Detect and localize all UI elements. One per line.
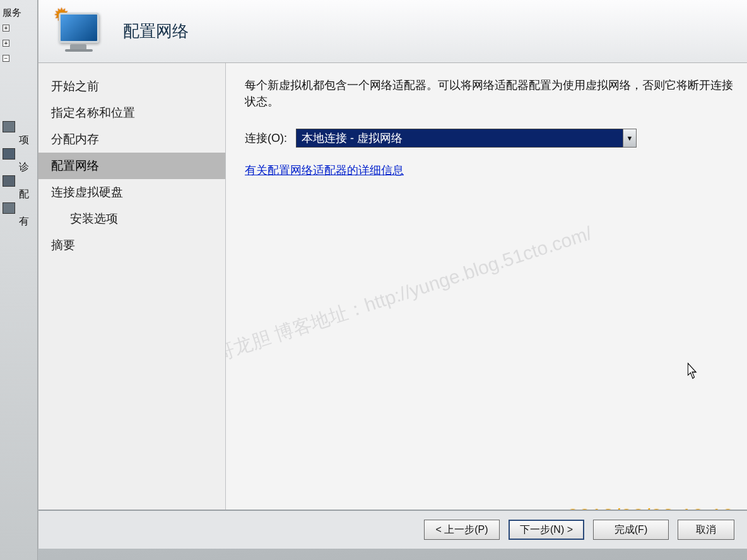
- wizard-step-install-options[interactable]: 安装选项: [38, 206, 225, 232]
- tree-top-label: 服务: [0, 5, 37, 20]
- tree-collapse-icon[interactable]: −: [3, 55, 9, 62]
- wizard-header: ✹ 配置网络: [38, 0, 747, 63]
- wizard-step-summary[interactable]: 摘要: [38, 232, 225, 259]
- side-small-icon: [3, 175, 15, 187]
- wizard-monitor-icon: ✹: [54, 9, 104, 54]
- connection-label: 连接(O):: [245, 131, 287, 146]
- wizard-step-list: 开始之前 指定名称和位置 分配内存 配置网络 连接虚拟硬盘 安装选项 摘要: [38, 63, 225, 517]
- finish-button[interactable]: 完成(F): [593, 520, 669, 540]
- network-adapter-help-link[interactable]: 有关配置网络适配器的详细信息: [245, 164, 404, 177]
- side-icon-column: 项 诊 配 有: [0, 120, 38, 228]
- tree-row[interactable]: +: [0, 20, 37, 35]
- wizard-button-bar: < 上一步(P) 下一步(N) > 完成(F) 取消: [38, 510, 747, 549]
- wizard-step-name-location[interactable]: 指定名称和位置: [38, 100, 225, 126]
- connection-select[interactable]: 本地连接 - 虚拟网络 ▼: [296, 129, 637, 148]
- tree-row[interactable]: +: [0, 35, 37, 50]
- next-button[interactable]: 下一步(N) >: [509, 520, 584, 540]
- wizard-step-assign-memory[interactable]: 分配内存: [38, 126, 225, 153]
- new-vm-wizard-dialog: ✹ 配置网络 开始之前 指定名称和位置 分配内存 配置网络 连接虚拟硬盘 安装选…: [38, 0, 747, 549]
- previous-button[interactable]: < 上一步(P): [424, 520, 500, 540]
- side-char: 有: [0, 215, 38, 228]
- side-small-icon: [3, 202, 15, 214]
- side-char: 诊: [0, 161, 38, 174]
- tree-expand-icon[interactable]: +: [3, 40, 9, 47]
- connection-select-value: 本地连接 - 虚拟网络: [296, 129, 623, 148]
- wizard-content-panel: 每个新虚拟机都包含一个网络适配器。可以将网络适配器配置为使用虚拟网络，否则它将断…: [225, 63, 747, 517]
- dropdown-arrow-icon[interactable]: ▼: [623, 129, 637, 148]
- tree-expand-icon[interactable]: +: [3, 25, 9, 32]
- connection-row: 连接(O): 本地连接 - 虚拟网络 ▼: [245, 129, 741, 148]
- side-char: 配: [0, 188, 38, 201]
- background-tree-panel: 服务 + + − 项 诊 配 有: [0, 0, 38, 560]
- side-small-icon: [3, 121, 15, 132]
- wizard-step-configure-network[interactable]: 配置网络: [38, 153, 225, 179]
- tree-row[interactable]: −: [0, 50, 37, 66]
- photo-watermark: 云哥龙胆 博客地址：http://yunge.blog.51cto.com/: [225, 221, 596, 373]
- cancel-button[interactable]: 取消: [678, 520, 734, 540]
- side-char: 项: [0, 134, 38, 147]
- wizard-step-connect-vhd[interactable]: 连接虚拟硬盘: [38, 179, 225, 206]
- wizard-step-before-begin[interactable]: 开始之前: [38, 73, 225, 100]
- wizard-title: 配置网络: [123, 20, 189, 42]
- mouse-cursor-icon: [688, 363, 698, 384]
- side-small-icon: [3, 148, 15, 160]
- network-description: 每个新虚拟机都包含一个网络适配器。可以将网络适配器配置为使用虚拟网络，否则它将断…: [245, 77, 737, 110]
